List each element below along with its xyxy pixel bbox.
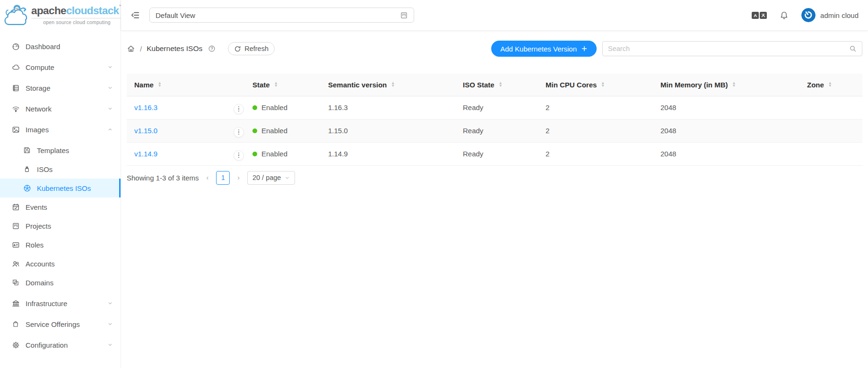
sidebar-item-service-offerings[interactable]: Service Offerings — [0, 315, 121, 334]
sidebar-item-templates[interactable]: Templates — [0, 141, 121, 160]
refresh-button[interactable]: Refresh — [228, 42, 275, 55]
table-header-row: Name▲▼State▲▼Semantic version▲▼ISO State… — [127, 74, 862, 96]
row-state: Enabled — [261, 150, 287, 158]
row-actions-icon[interactable] — [234, 127, 244, 137]
table-row: v1.14.9Enabled1.14.9Ready22048 — [127, 142, 862, 165]
main-area: Default View A — [121, 0, 868, 368]
user-name[interactable]: admin cloud — [820, 11, 859, 19]
row-actions-icon[interactable] — [234, 104, 244, 114]
sidebar-item-label: ISOs — [37, 165, 52, 173]
sidebar-item-roles[interactable]: Roles — [0, 235, 121, 254]
refresh-label: Refresh — [244, 45, 269, 52]
language-icon-a: A — [752, 12, 759, 19]
row-name-link[interactable]: v1.14.9 — [134, 150, 157, 158]
table-row: v1.15.0Enabled1.15.0Ready22048 — [127, 119, 862, 142]
shopping-icon — [11, 320, 20, 328]
kubernetes-icon — [23, 184, 31, 192]
sidebar-menu: DashboardComputeStorageNetworkImagesTemp… — [0, 30, 121, 354]
table-row: v1.16.3Enabled1.16.3Ready22048 — [127, 96, 862, 119]
dashboard-icon — [11, 42, 20, 51]
row-actions-icon[interactable] — [234, 150, 244, 161]
search-input[interactable] — [608, 45, 849, 52]
chevron-down-icon — [285, 175, 290, 180]
column-header-zone[interactable]: Zone▲▼ — [799, 74, 862, 96]
sidebar-item-isos[interactable]: ISOs — [0, 160, 121, 179]
chevron-down-icon — [107, 342, 113, 348]
sidebar-item-network[interactable]: Network — [0, 99, 121, 118]
sidebar-item-configuration[interactable]: Configuration — [0, 335, 121, 354]
sidebar-item-kubernetes-isos[interactable]: Kubernetes ISOs — [0, 179, 121, 197]
database-icon — [11, 84, 20, 92]
column-label: Min Memory (in MB) — [660, 81, 728, 89]
setting-icon — [11, 341, 20, 349]
chevron-down-icon — [107, 106, 113, 111]
user-avatar[interactable] — [801, 8, 816, 22]
pagination-next-icon[interactable]: › — [236, 174, 241, 181]
wifi-icon — [11, 104, 20, 113]
column-header-min_memory[interactable]: Min Memory (in MB)▲▼ — [653, 74, 799, 96]
pagination-prev-icon[interactable]: ‹ — [206, 174, 210, 181]
table-body: v1.16.3Enabled1.16.3Ready22048v1.15.0Ena… — [127, 96, 862, 165]
brand-cloudstack: cloudstack — [66, 5, 119, 17]
sidebar-item-label: Infrastructure — [26, 300, 67, 308]
sidebar-item-events[interactable]: Events — [0, 197, 121, 216]
cloudmonkey-logo-graphic — [3, 2, 30, 28]
project-view-selector[interactable]: Default View — [149, 8, 414, 23]
column-header-name[interactable]: Name▲▼ — [127, 74, 226, 96]
column-header-min_cpu[interactable]: Min CPU Cores▲▼ — [538, 74, 653, 96]
row-semantic-version: 1.16.3 — [321, 96, 455, 119]
column-header-iso_state[interactable]: ISO State▲▼ — [455, 74, 538, 96]
row-min-cpu: 2 — [538, 119, 653, 142]
sort-carets-icon: ▲▼ — [828, 82, 832, 88]
row-zone — [799, 142, 862, 165]
sidebar-item-label: Dashboard — [26, 43, 60, 51]
page-size-select[interactable]: 20 / page — [247, 171, 295, 185]
row-state: Enabled — [261, 103, 287, 111]
help-icon[interactable] — [208, 45, 216, 52]
sidebar-item-label: Kubernetes ISOs — [37, 184, 91, 192]
language-icon[interactable]: A — [752, 12, 767, 19]
sidebar-item-label: Events — [26, 203, 47, 211]
row-zone — [799, 96, 862, 119]
chevron-down-icon — [107, 321, 113, 327]
cloud-icon — [11, 63, 20, 71]
column-header-state[interactable]: State▲▼ — [245, 74, 321, 96]
search-box — [602, 41, 862, 56]
column-label: Min CPU Cores — [546, 81, 597, 89]
sidebar-item-label: Compute — [26, 63, 54, 71]
sidebar-item-label: Accounts — [26, 260, 55, 268]
sidebar-item-infrastructure[interactable]: Infrastructure — [0, 294, 121, 313]
status-dot — [252, 152, 257, 156]
sidebar-item-label: Templates — [37, 146, 69, 154]
row-name-link[interactable]: v1.16.3 — [134, 103, 157, 111]
team-icon — [11, 259, 20, 268]
pagination-page-1[interactable]: 1 — [216, 171, 230, 185]
sidebar-item-storage[interactable]: Storage — [0, 78, 121, 97]
status-dot — [252, 105, 257, 110]
sidebar-item-accounts[interactable]: Accounts — [0, 254, 121, 273]
sidebar-item-compute[interactable]: Compute — [0, 58, 121, 77]
sort-carets-icon: ▲▼ — [499, 82, 503, 88]
sidebar-collapse-icon[interactable] — [130, 10, 140, 20]
row-min-memory: 2048 — [653, 119, 799, 142]
row-iso-state: Ready — [455, 119, 538, 142]
breadcrumb-separator: / — [140, 45, 142, 53]
row-zone — [799, 119, 862, 142]
sidebar-item-domains[interactable]: Domains — [0, 273, 121, 292]
sidebar-item-projects[interactable]: Projects — [0, 216, 121, 235]
search-icon[interactable] — [849, 45, 857, 52]
page-size-value: 20 / page — [252, 174, 281, 181]
row-name-link[interactable]: v1.15.0 — [134, 127, 157, 135]
column-header-semantic_version[interactable]: Semantic version▲▼ — [321, 74, 455, 96]
project-icon — [400, 11, 408, 19]
add-kubernetes-version-button[interactable]: Add Kubernetes Version — [491, 41, 597, 57]
row-iso-state: Ready — [455, 96, 538, 119]
home-icon[interactable] — [127, 44, 135, 53]
sidebar-item-images[interactable]: Images — [0, 120, 121, 139]
sidebar-item-dashboard[interactable]: Dashboard — [0, 37, 121, 56]
column-label: State — [252, 81, 270, 89]
column-label: Zone — [807, 81, 824, 89]
cloudstack-logo: apachecloudstack™ open source cloud comp… — [0, 0, 121, 30]
sidebar-item-label: Storage — [26, 84, 51, 92]
notifications-bell-icon[interactable] — [780, 11, 789, 20]
